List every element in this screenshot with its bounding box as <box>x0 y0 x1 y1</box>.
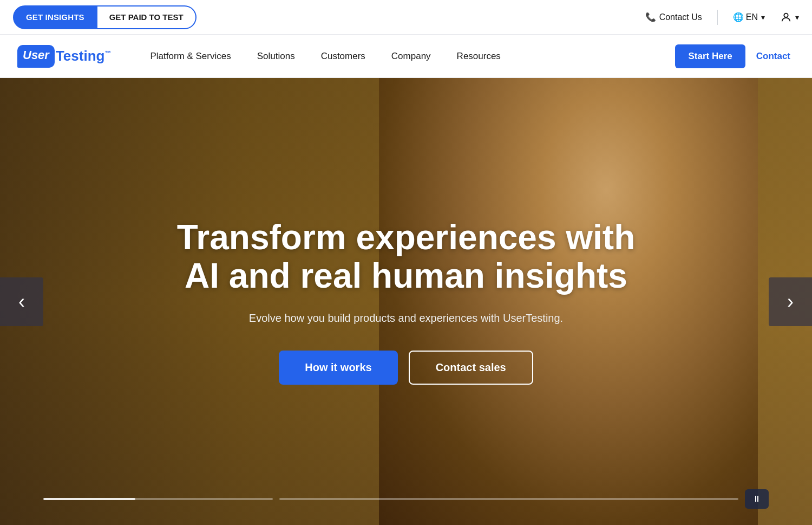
arrow-left-icon: ‹ <box>18 290 25 313</box>
hero-headline: Transform experiences with AI and real h… <box>177 218 636 295</box>
nav-item-solutions[interactable]: Solutions <box>244 35 308 78</box>
progress-track-2 <box>279 498 738 500</box>
hero-headline-line1: Transform experiences with <box>177 218 636 257</box>
language-selector[interactable]: EN <box>733 12 765 22</box>
logo-bubble: User <box>17 45 55 68</box>
start-here-button[interactable]: Start Here <box>675 44 745 68</box>
progress-track-1 <box>43 498 273 500</box>
phone-icon <box>645 12 656 22</box>
logo-testing-text: Testing™ <box>56 48 112 64</box>
nav-items: Platform & Services Solutions Customers … <box>137 35 675 78</box>
user-menu-button[interactable] <box>780 11 799 23</box>
arrow-right-icon: › <box>787 290 794 313</box>
carousel-next-button[interactable]: › <box>769 277 812 326</box>
divider <box>717 10 718 25</box>
globe-icon <box>733 12 744 22</box>
nav-item-company[interactable]: Company <box>378 35 444 78</box>
get-paid-button[interactable]: GET PAID TO TEST <box>97 5 197 29</box>
main-nav: User Testing™ Platform & Services Soluti… <box>0 35 812 78</box>
hero-subtext: Evolve how you build products and experi… <box>177 312 636 325</box>
nav-item-platform[interactable]: Platform & Services <box>137 35 244 78</box>
hero-headline-line2: AI and real human insights <box>185 256 627 295</box>
top-bar-right: Contact Us EN <box>645 10 799 25</box>
nav-item-resources[interactable]: Resources <box>444 35 514 78</box>
hero-buttons: How it works Contact sales <box>177 351 636 385</box>
top-bar: GET INSIGHTS GET PAID TO TEST Contact Us… <box>0 0 812 35</box>
logo-user-text: User <box>23 48 49 62</box>
contact-sales-button[interactable]: Contact sales <box>409 351 533 385</box>
hero-section: ‹ › Transform experiences with AI and re… <box>0 78 812 525</box>
nav-right: Start Here Contact <box>675 44 795 68</box>
logo[interactable]: User Testing™ <box>17 45 111 68</box>
logo-tm: ™ <box>104 49 111 57</box>
chevron-down-icon <box>760 12 765 22</box>
hero-progress-bar: ⏸ <box>0 489 812 509</box>
svg-point-0 <box>784 13 788 17</box>
contact-us-link[interactable]: Contact Us <box>645 12 702 22</box>
nav-item-customers[interactable]: Customers <box>308 35 378 78</box>
hero-content: Transform experiences with AI and real h… <box>155 218 657 385</box>
language-label: EN <box>746 12 758 22</box>
pause-button[interactable]: ⏸ <box>745 489 769 509</box>
carousel-prev-button[interactable]: ‹ <box>0 277 43 326</box>
contact-nav-button[interactable]: Contact <box>752 44 795 68</box>
contact-us-label: Contact Us <box>659 12 702 22</box>
get-insights-button[interactable]: GET INSIGHTS <box>13 5 97 29</box>
user-chevron-icon <box>794 12 799 22</box>
how-it-works-button[interactable]: How it works <box>279 351 397 385</box>
top-bar-left: GET INSIGHTS GET PAID TO TEST <box>13 5 197 29</box>
progress-fill <box>43 498 135 500</box>
user-icon <box>780 11 792 23</box>
pause-icon: ⏸ <box>752 494 761 504</box>
